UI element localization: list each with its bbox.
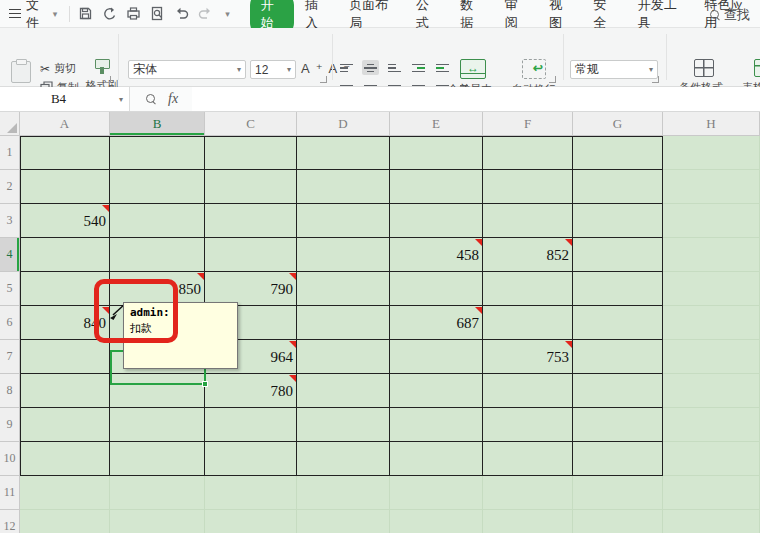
cell-G9[interactable] xyxy=(573,408,663,442)
cell-H10[interactable] xyxy=(663,442,760,476)
save-icon[interactable] xyxy=(78,6,93,21)
cell-D6[interactable] xyxy=(297,306,390,340)
cell-E11[interactable] xyxy=(390,476,483,510)
cell-G5[interactable] xyxy=(573,272,663,306)
export-icon[interactable] xyxy=(102,6,117,21)
cell-F8[interactable] xyxy=(483,374,573,408)
cell-A7[interactable] xyxy=(20,340,110,374)
cell-A4[interactable] xyxy=(20,238,110,272)
cell-A8[interactable] xyxy=(20,374,110,408)
cell-B9[interactable] xyxy=(110,408,205,442)
cell-G12[interactable] xyxy=(573,510,663,533)
cell-G7[interactable] xyxy=(573,340,663,374)
row-header-11[interactable]: 11 xyxy=(0,476,20,510)
cell-G10[interactable] xyxy=(573,442,663,476)
cell-D9[interactable] xyxy=(297,408,390,442)
cell-A10[interactable] xyxy=(20,442,110,476)
cell-E5[interactable] xyxy=(390,272,483,306)
cell-H9[interactable] xyxy=(663,408,760,442)
cell-F9[interactable] xyxy=(483,408,573,442)
cell-G8[interactable] xyxy=(573,374,663,408)
cell-D2[interactable] xyxy=(297,170,390,204)
cell-C2[interactable] xyxy=(205,170,297,204)
cell-E7[interactable] xyxy=(390,340,483,374)
zoom-formula-icon[interactable] xyxy=(146,94,156,104)
chevron-down-icon[interactable]: ▾ xyxy=(53,9,58,19)
column-header-F[interactable]: F xyxy=(483,112,573,136)
cell-H4[interactable] xyxy=(663,238,760,272)
cell-D12[interactable] xyxy=(297,510,390,533)
row-header-4[interactable]: 4 xyxy=(0,238,20,272)
cell-E1[interactable] xyxy=(390,136,483,170)
print-preview-icon[interactable] xyxy=(150,6,165,21)
row-header-8[interactable]: 8 xyxy=(0,374,20,408)
column-header-E[interactable]: E xyxy=(390,112,483,136)
hamburger-icon[interactable] xyxy=(9,6,21,21)
cell-C11[interactable] xyxy=(205,476,297,510)
file-menu[interactable]: 文件 xyxy=(26,0,50,32)
cell-D10[interactable] xyxy=(297,442,390,476)
column-header-A[interactable]: A xyxy=(20,112,110,136)
cell-H3[interactable] xyxy=(663,204,760,238)
select-all-corner[interactable] xyxy=(0,112,20,136)
cell-H1[interactable] xyxy=(663,136,760,170)
cell-D7[interactable] xyxy=(297,340,390,374)
column-header-D[interactable]: D xyxy=(297,112,390,136)
cell-H7[interactable] xyxy=(663,340,760,374)
cell-F1[interactable] xyxy=(483,136,573,170)
cell-G1[interactable] xyxy=(573,136,663,170)
cell-E9[interactable] xyxy=(390,408,483,442)
cell-G11[interactable] xyxy=(573,476,663,510)
cell-D5[interactable] xyxy=(297,272,390,306)
row-header-6[interactable]: 6 xyxy=(0,306,20,340)
row-header-5[interactable]: 5 xyxy=(0,272,20,306)
cell-D11[interactable] xyxy=(297,476,390,510)
cell-C1[interactable] xyxy=(205,136,297,170)
cell-G4[interactable] xyxy=(573,238,663,272)
cell-D8[interactable] xyxy=(297,374,390,408)
cell-F11[interactable] xyxy=(483,476,573,510)
row-header-9[interactable]: 9 xyxy=(0,408,20,442)
font-size-select[interactable]: 12▾ xyxy=(250,60,296,79)
column-header-G[interactable]: G xyxy=(573,112,663,136)
cell-D1[interactable] xyxy=(297,136,390,170)
cell-D3[interactable] xyxy=(297,204,390,238)
cell-C3[interactable] xyxy=(205,204,297,238)
cell-H6[interactable] xyxy=(663,306,760,340)
cell-B8[interactable] xyxy=(110,374,205,408)
cell-B1[interactable] xyxy=(110,136,205,170)
align-bottom-button[interactable] xyxy=(386,60,403,75)
cell-A11[interactable] xyxy=(20,476,110,510)
cell-F6[interactable] xyxy=(483,306,573,340)
cell-F10[interactable] xyxy=(483,442,573,476)
cell-C10[interactable] xyxy=(205,442,297,476)
find-button[interactable]: 查找 xyxy=(710,6,750,24)
redo-icon[interactable] xyxy=(198,6,213,21)
cell-E2[interactable] xyxy=(390,170,483,204)
cell-F2[interactable] xyxy=(483,170,573,204)
cell-E3[interactable] xyxy=(390,204,483,238)
column-header-C[interactable]: C xyxy=(205,112,297,136)
row-header-7[interactable]: 7 xyxy=(0,340,20,374)
cell-B4[interactable] xyxy=(110,238,205,272)
font-name-select[interactable]: 宋体▾ xyxy=(128,60,246,79)
cell-B11[interactable] xyxy=(110,476,205,510)
align-middle-button[interactable] xyxy=(362,60,379,75)
cell-C12[interactable] xyxy=(205,510,297,533)
cell-G3[interactable] xyxy=(573,204,663,238)
cell-B3[interactable] xyxy=(110,204,205,238)
cell-G2[interactable] xyxy=(573,170,663,204)
cell-C9[interactable] xyxy=(205,408,297,442)
cell-A9[interactable] xyxy=(20,408,110,442)
row-header-10[interactable]: 10 xyxy=(0,442,20,476)
cell-G6[interactable] xyxy=(573,306,663,340)
cell-H2[interactable] xyxy=(663,170,760,204)
namebox-dropdown-icon[interactable]: ▾ xyxy=(119,95,123,104)
column-header-B[interactable]: B xyxy=(110,112,205,136)
cell-H5[interactable] xyxy=(663,272,760,306)
undo-icon[interactable] xyxy=(174,6,189,21)
name-box[interactable]: B4 ▾ xyxy=(0,87,130,111)
cell-A1[interactable] xyxy=(20,136,110,170)
customize-qat-icon[interactable]: ▾ xyxy=(225,9,230,19)
cell-B2[interactable] xyxy=(110,170,205,204)
